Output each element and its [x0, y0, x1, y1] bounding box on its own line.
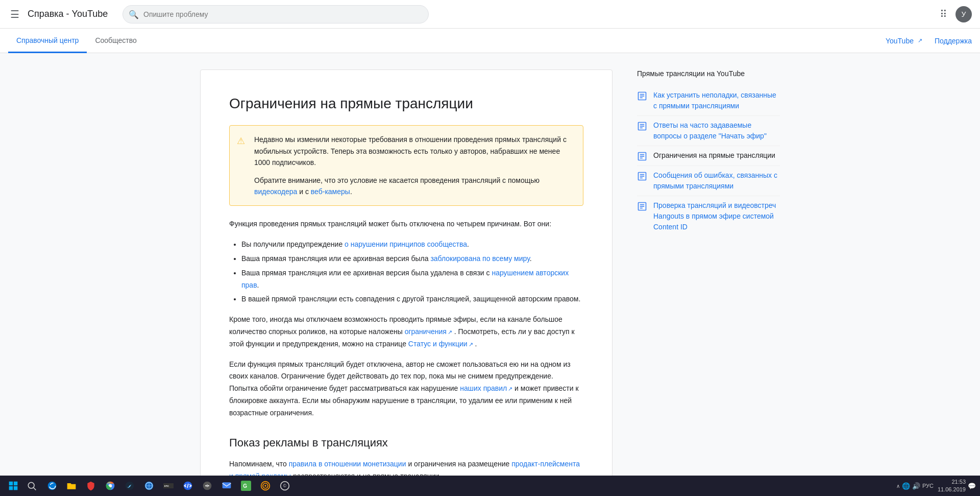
- taskbar-app-icons: EPIC: [43, 477, 896, 495]
- taskbar-chrome-icon[interactable]: [101, 477, 119, 495]
- vpn-icon: [144, 481, 154, 491]
- taskbar-steam-icon[interactable]: [120, 477, 139, 495]
- taskbar-search-button[interactable]: [22, 477, 41, 495]
- page-title: Справка - YouTube: [28, 9, 108, 19]
- svg-text:G: G: [243, 483, 247, 489]
- devtools-icon: [183, 481, 193, 491]
- article-h2: Показ рекламы в трансляциях: [229, 436, 583, 451]
- sidebar-item-2[interactable]: Ограничения на прямые трансляции: [637, 146, 780, 166]
- article-container: Ограничения на прямые трансляции ⚠ Недав…: [200, 69, 612, 496]
- header-left: ☰ Справка - YouTube: [8, 6, 110, 22]
- blocked-worldwide-link[interactable]: заблокирована по всему миру: [430, 254, 529, 263]
- taskbar-vpn-icon[interactable]: [140, 477, 158, 495]
- taskbar-copyright-icon[interactable]: ©: [276, 477, 294, 495]
- svg-point-24: [28, 482, 34, 488]
- our-rules-link[interactable]: наших правил: [460, 384, 507, 392]
- sidebar-item-0[interactable]: Как устранить неполадки, связанные с пря…: [637, 86, 780, 116]
- target-icon: [260, 481, 271, 491]
- community-violation-link[interactable]: о нарушении принципов сообщества: [345, 240, 467, 248]
- svg-rect-21: [14, 482, 18, 486]
- nav-right-links: YouTube ↗ Поддержка: [886, 37, 972, 45]
- warning-icon: ⚠: [237, 134, 245, 149]
- videocoder-link[interactable]: видеокодера: [254, 187, 297, 196]
- svg-rect-20: [9, 482, 13, 486]
- svg-text:©: ©: [283, 483, 286, 488]
- start-button[interactable]: [4, 477, 22, 495]
- apps-icon[interactable]: ⠿: [940, 8, 947, 20]
- sidebar-item-label-1: Ответы на часто задаваемые вопросы о раз…: [653, 120, 780, 141]
- volume-icon[interactable]: 🔊: [912, 482, 920, 490]
- steam-icon: [125, 481, 135, 491]
- taskbar-epic-icon[interactable]: EPIC: [159, 477, 178, 495]
- game-icon: [202, 481, 212, 491]
- taskbar-search-icon: [27, 481, 37, 491]
- copyright-icon: ©: [280, 481, 290, 491]
- taskbar-edge-icon[interactable]: [43, 477, 61, 495]
- sidebar-title: Прямые трансляции на YouTube: [637, 69, 780, 78]
- taskbar-time[interactable]: 21:53 11.06.2019: [938, 478, 966, 494]
- tab-community[interactable]: Сообщество: [87, 29, 144, 53]
- sidebar-item-4[interactable]: Проверка трансляций и видеовстреч Hangou…: [637, 196, 780, 237]
- taskbar-dev-icon[interactable]: [179, 477, 197, 495]
- sidebar-item-label-4: Проверка трансляций и видеовстреч Hangou…: [653, 200, 780, 232]
- warning-box: ⚠ Недавно мы изменили некоторые требован…: [229, 125, 583, 206]
- chrome-icon: [105, 481, 115, 491]
- taskbar-shield-icon[interactable]: [82, 477, 100, 495]
- nav-support-link[interactable]: Поддержка: [935, 37, 972, 45]
- svg-point-46: [264, 485, 266, 486]
- svg-point-38: [205, 485, 207, 487]
- article-p3: Если функция прямых трансляций будет отк…: [229, 359, 583, 419]
- sidebar: Прямые трансляции на YouTube Как устрани…: [637, 69, 780, 496]
- chat-icon: [222, 481, 232, 491]
- taskbar-chat-icon[interactable]: [217, 477, 236, 495]
- svg-line-25: [34, 488, 36, 490]
- svg-rect-23: [14, 486, 18, 490]
- folder-icon: [66, 481, 77, 491]
- ext-icon-restrictions: ↗: [448, 327, 452, 337]
- epic-icon: EPIC: [163, 481, 174, 491]
- sidebar-item-1[interactable]: Ответы на часто задаваемые вопросы о раз…: [637, 116, 780, 146]
- taskbar-folder-icon[interactable]: [62, 477, 81, 495]
- avatar[interactable]: У: [955, 6, 972, 22]
- svg-text:EPIC: EPIC: [164, 485, 169, 487]
- header: ☰ Справка - YouTube 🔍 ⠿ У: [0, 0, 980, 29]
- search-icon: 🔍: [129, 9, 139, 19]
- tab-help-center[interactable]: Справочный центр: [8, 29, 87, 53]
- article-icon-4: [637, 201, 647, 211]
- taskbar-right: ∧ 🌐 🔊 РУС 21:53 11.06.2019 💬: [896, 478, 976, 494]
- restrictions-link[interactable]: ограничения: [405, 327, 447, 336]
- sidebar-item-3[interactable]: Сообщения об ошибках, связанных с прямым…: [637, 166, 780, 196]
- taskbar-game-icon[interactable]: [198, 477, 216, 495]
- article-icon-3: [637, 171, 647, 181]
- notification-icon[interactable]: 💬: [968, 482, 976, 490]
- nav-youtube-link[interactable]: YouTube ↗: [886, 37, 922, 45]
- sidebar-item-label-0: Как устранить неполадки, связанные с пря…: [653, 90, 780, 111]
- taskbar: EPIC: [0, 476, 980, 496]
- article-list: Вы получили предупреждение о нарушении п…: [241, 239, 583, 305]
- sidebar-item-label-3: Сообщения об ошибках, связанных с прямым…: [653, 170, 780, 192]
- nav-tabs: Справочный центр Сообщество YouTube ↗ По…: [0, 29, 980, 53]
- warning-p2: Обратите внимание, что это условие не ка…: [254, 175, 575, 198]
- article-title: Ограничения на прямые трансляции: [229, 95, 583, 113]
- taskbar-chevron[interactable]: ∧: [896, 483, 900, 489]
- taskbar-green-icon[interactable]: G: [237, 477, 255, 495]
- ext-icon-rules: ↗: [508, 384, 512, 394]
- warning-p1: Недавно мы изменили некоторые требования…: [254, 134, 575, 168]
- taskbar-target-icon[interactable]: [256, 477, 275, 495]
- list-item: Ваша прямая трансляция или ее архивная в…: [241, 267, 583, 292]
- list-item: Ваша прямая трансляция или ее архивная в…: [241, 253, 583, 265]
- monetization-rules-link[interactable]: правила в отношении монетизации: [289, 460, 406, 468]
- menu-icon[interactable]: ☰: [8, 6, 21, 22]
- language-indicator[interactable]: РУС: [922, 483, 934, 489]
- windows-icon: [8, 481, 18, 491]
- edge-icon: [47, 481, 57, 491]
- list-item: В вашей прямой трансляции есть совпадени…: [241, 293, 583, 305]
- network-icon[interactable]: 🌐: [902, 482, 910, 490]
- webcam-link[interactable]: веб-камеры: [311, 187, 350, 196]
- article-p2: Кроме того, иногда мы отключаем возможно…: [229, 314, 583, 350]
- search-input[interactable]: [122, 5, 429, 23]
- ext-icon-status: ↗: [469, 340, 473, 349]
- status-features-link[interactable]: Статус и функции: [408, 340, 468, 348]
- article-icon-1: [637, 121, 647, 131]
- svg-rect-22: [9, 486, 13, 490]
